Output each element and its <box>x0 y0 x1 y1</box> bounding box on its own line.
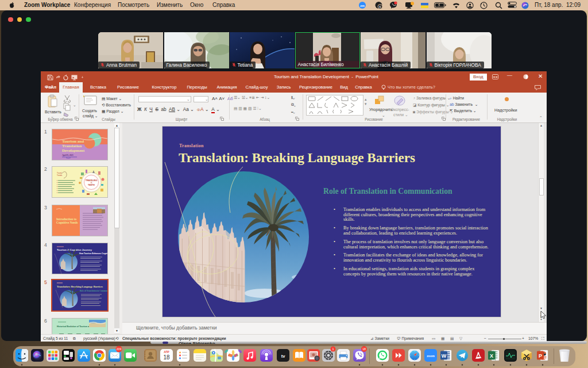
svg-text:18: 18 <box>362 347 366 351</box>
svg-text:P: P <box>539 352 542 358</box>
svg-text:TRAVELING: TRAVELING <box>86 179 98 182</box>
svg-text:zm: zm <box>360 4 365 7</box>
svg-text:1: 1 <box>332 347 334 351</box>
svg-text:Cognitive Needs: Cognitive Needs <box>56 221 78 224</box>
svg-text:X: X <box>490 352 493 358</box>
svg-text:Development: Development <box>62 148 85 153</box>
svg-text:Tourism and: Tourism and <box>62 139 84 144</box>
svg-text:tv: tv <box>281 353 285 358</box>
svg-text:TEETH: TEETH <box>88 184 95 186</box>
svg-text:Role of Translation in Communi: Role of Translation in Communication <box>80 290 107 292</box>
svg-text:Translation: Breaking Language: Translation: Breaking Language Barriers <box>57 285 103 288</box>
svg-text:АПР: АПР <box>164 351 169 354</box>
svg-text:Trends: Trends <box>57 174 63 177</box>
svg-text:18: 18 <box>163 354 170 361</box>
svg-text:How Tourism Enhances Cognitive: How Tourism Enhances Cognitive Developme… <box>79 252 107 255</box>
svg-text:Translation: Translation <box>62 144 82 148</box>
svg-text:209: 209 <box>117 347 122 351</box>
svg-text:April 8, 2025: April 8, 2025 <box>62 154 74 156</box>
svg-text:W: W <box>442 352 447 358</box>
svg-text:zoom: zoom <box>427 354 435 357</box>
